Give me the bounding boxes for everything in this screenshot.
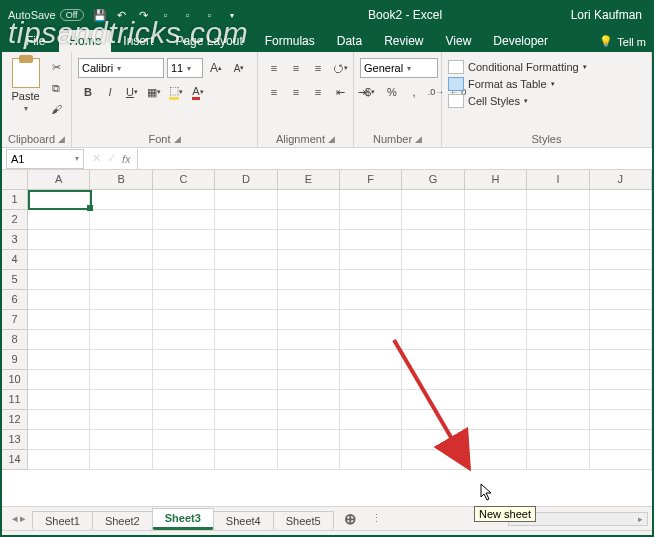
tab-view[interactable]: View — [436, 30, 482, 52]
cell[interactable] — [28, 270, 90, 290]
cell[interactable] — [28, 410, 90, 430]
cell[interactable] — [28, 250, 90, 270]
cell[interactable] — [340, 290, 402, 310]
qat-icon[interactable]: ▫ — [180, 7, 196, 23]
cell[interactable] — [278, 250, 340, 270]
tab-page-layout[interactable]: Page Layout — [165, 30, 252, 52]
cell[interactable] — [527, 370, 589, 390]
cells-area[interactable] — [28, 190, 652, 506]
cell[interactable] — [28, 370, 90, 390]
scroll-right-icon[interactable]: ▸ — [633, 514, 647, 524]
cell-styles-button[interactable]: Cell Styles▾ — [448, 94, 587, 108]
cell[interactable] — [590, 450, 652, 470]
row-header[interactable]: 8 — [2, 330, 27, 350]
cell[interactable] — [465, 230, 527, 250]
col-header[interactable]: F — [340, 170, 402, 189]
row-header[interactable]: 6 — [2, 290, 27, 310]
sheet-tab-sheet4[interactable]: Sheet4 — [213, 511, 274, 530]
cell[interactable] — [402, 390, 464, 410]
cell[interactable] — [465, 270, 527, 290]
cell[interactable] — [340, 310, 402, 330]
dialog-launcher-icon[interactable]: ◢ — [58, 134, 65, 144]
dialog-launcher-icon[interactable]: ◢ — [415, 134, 422, 144]
sheet-tab-sheet2[interactable]: Sheet2 — [92, 511, 153, 530]
cell[interactable] — [153, 370, 215, 390]
cell[interactable] — [340, 410, 402, 430]
cell[interactable] — [340, 270, 402, 290]
row-header[interactable]: 14 — [2, 450, 27, 470]
cell[interactable] — [402, 410, 464, 430]
cell[interactable] — [153, 230, 215, 250]
cell[interactable] — [153, 390, 215, 410]
cell[interactable] — [28, 290, 90, 310]
row-header[interactable]: 7 — [2, 310, 27, 330]
cell[interactable] — [402, 210, 464, 230]
cell[interactable] — [402, 190, 464, 210]
col-header[interactable]: B — [90, 170, 152, 189]
cell[interactable] — [90, 370, 152, 390]
dialog-launcher-icon[interactable]: ◢ — [328, 134, 335, 144]
accounting-format-icon[interactable]: $▾ — [360, 82, 380, 102]
cell[interactable] — [215, 410, 277, 430]
cell[interactable] — [402, 370, 464, 390]
cell[interactable] — [90, 250, 152, 270]
column-headers[interactable]: ABCDEFGHIJ — [28, 170, 652, 190]
cell[interactable] — [215, 370, 277, 390]
undo-icon[interactable]: ↶ — [114, 7, 130, 23]
cell[interactable] — [527, 310, 589, 330]
cell[interactable] — [590, 250, 652, 270]
cell[interactable] — [278, 450, 340, 470]
orientation-icon[interactable]: ⭯▾ — [330, 58, 350, 78]
cell[interactable] — [153, 310, 215, 330]
cell[interactable] — [465, 390, 527, 410]
decrease-font-icon[interactable]: A▾ — [229, 58, 249, 78]
cell[interactable] — [153, 270, 215, 290]
file-tab[interactable]: File — [14, 30, 57, 52]
qat-icon[interactable]: ▫ — [202, 7, 218, 23]
row-header[interactable]: 4 — [2, 250, 27, 270]
cell[interactable] — [28, 390, 90, 410]
cell[interactable] — [590, 370, 652, 390]
cell[interactable] — [215, 210, 277, 230]
cell[interactable] — [278, 430, 340, 450]
cell[interactable] — [340, 250, 402, 270]
cell[interactable] — [402, 350, 464, 370]
cell[interactable] — [340, 210, 402, 230]
col-header[interactable]: J — [590, 170, 652, 189]
sheet-tab-sheet1[interactable]: Sheet1 — [32, 511, 93, 530]
cell[interactable] — [153, 410, 215, 430]
paste-button[interactable]: Paste ▾ — [8, 58, 43, 113]
cell[interactable] — [527, 410, 589, 430]
cell[interactable] — [90, 290, 152, 310]
row-header[interactable]: 9 — [2, 350, 27, 370]
row-header[interactable]: 10 — [2, 370, 27, 390]
font-color-button[interactable]: A▾ — [188, 82, 208, 102]
cell[interactable] — [402, 430, 464, 450]
cell[interactable] — [215, 190, 277, 210]
cell[interactable] — [28, 430, 90, 450]
cell[interactable] — [215, 390, 277, 410]
cell[interactable] — [90, 190, 152, 210]
cell[interactable] — [153, 330, 215, 350]
row-header[interactable]: 1 — [2, 190, 27, 210]
tab-developer[interactable]: Developer — [483, 30, 558, 52]
cell[interactable] — [278, 230, 340, 250]
cell[interactable] — [590, 230, 652, 250]
font-name-combo[interactable]: Calibri▾ — [78, 58, 164, 78]
cell[interactable] — [527, 350, 589, 370]
cell[interactable] — [527, 210, 589, 230]
row-header[interactable]: 5 — [2, 270, 27, 290]
cell[interactable] — [215, 250, 277, 270]
cell[interactable] — [465, 250, 527, 270]
cut-icon[interactable]: ✂ — [47, 58, 65, 76]
sheet-tab-sheet5[interactable]: Sheet5 — [273, 511, 334, 530]
cell[interactable] — [527, 290, 589, 310]
comma-format-icon[interactable]: , — [404, 82, 424, 102]
sheet-tab-sheet3[interactable]: Sheet3 — [152, 508, 214, 530]
redo-icon[interactable]: ↷ — [136, 7, 152, 23]
cell[interactable] — [215, 310, 277, 330]
row-header[interactable]: 13 — [2, 430, 27, 450]
cell[interactable] — [28, 310, 90, 330]
cell[interactable] — [215, 330, 277, 350]
cell[interactable] — [340, 450, 402, 470]
